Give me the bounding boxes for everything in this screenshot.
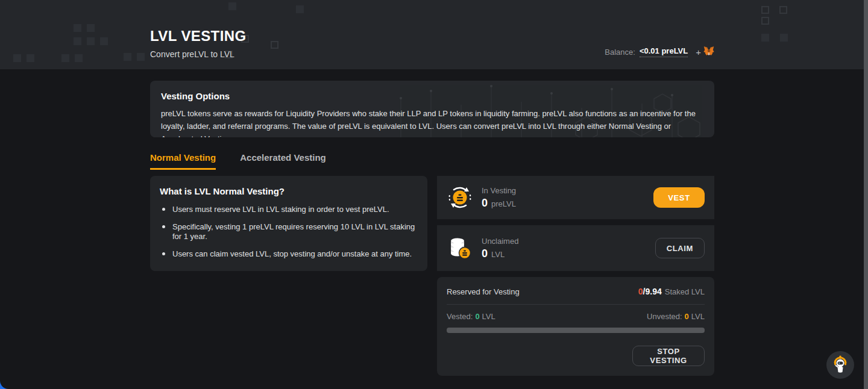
in-vesting-card: In Vesting 0 preLVL VEST [437,176,714,219]
header: LVL VESTING Convert preLVL to LVL Balanc… [0,0,868,69]
bullet-text: Users can claim vested LVL, stop vesting… [172,249,412,259]
in-vesting-amount: 0 [482,197,488,210]
unclaimed-card: Unclaimed 0 LVL CLAIM [437,225,714,271]
deco-square [228,2,236,10]
claim-button[interactable]: CLAIM [655,238,705,258]
unvested-unit: LVL [691,312,705,321]
deco-square [296,5,304,13]
stop-vesting-button[interactable]: STOP VESTING [632,346,705,366]
deco-square [137,53,145,61]
deco-square [87,37,95,45]
deco-square [761,6,769,14]
tab-accelerated-vesting[interactable]: Accelerated Vesting [240,152,326,170]
vesting-options-description: preLVL tokens serve as rewards for Liqui… [161,107,703,137]
coin-stack-icon [447,235,473,261]
deco-square [87,24,95,32]
tab-normal-vesting[interactable]: Normal Vesting [150,152,216,170]
robot-assistant-icon [832,355,849,375]
list-item: Users can claim vested LVL, stop vesting… [160,249,418,259]
info-card-title: What is LVL Normal Vesting? [160,186,418,196]
list-item: Specifically, vesting 1 preLVL requires … [160,222,418,241]
in-vesting-unit: preLVL [491,199,516,208]
vested-unit: LVL [482,312,495,321]
main-grid: What is LVL Normal Vesting? Users must r… [150,176,714,376]
unclaimed-label: Unclaimed [482,237,518,246]
deco-square [27,54,34,62]
deco-square [761,34,769,42]
info-card: What is LVL Normal Vesting? Users must r… [150,176,427,271]
deco-square [13,54,21,62]
vested-label: Vested: [447,312,473,321]
deco-square [779,6,787,14]
reserved-amount: 0 [638,287,643,296]
staked-label: Staked LVL [665,287,705,296]
bullet-text: Users must reserve LVL in LVL staking in… [172,205,389,214]
list-item: Users must reserve LVL in LVL staking in… [160,205,418,214]
bullet-icon [162,252,165,255]
bullet-text: Specifically, vesting 1 preLVL requires … [172,222,418,241]
staked-amount: /9.94 [643,287,662,296]
balance-value[interactable]: <0.01 preLVL [640,46,688,57]
deco-square [74,24,81,32]
deco-square [124,53,131,61]
support-chat-button[interactable] [826,351,854,379]
vesting-tabs: Normal Vesting Accelerated Vesting [150,152,714,170]
unclaimed-amount: 0 [482,247,488,260]
balance-row: Balance: <0.01 preLVL + [605,46,714,58]
page-title: LVL VESTING [150,28,247,45]
add-token-button[interactable]: + [696,46,714,58]
deco-square [780,34,788,42]
deco-square [74,37,81,45]
title-block: LVL VESTING Convert preLVL to LVL [150,28,247,59]
deco-square [61,54,69,62]
plus-icon: + [696,47,701,57]
vertical-scrollbar[interactable] [864,0,868,389]
reserved-label: Reserved for Vesting [447,287,520,296]
deco-square [75,54,83,62]
page: LVL VESTING Convert preLVL to LVL Balanc… [0,0,868,389]
balance-label: Balance: [605,48,635,57]
divider [447,304,705,305]
bullet-icon [162,208,165,211]
vest-button[interactable]: VEST [653,187,705,208]
deco-square [271,41,278,49]
coin-cycle-icon [447,184,473,211]
bullet-icon [162,225,165,228]
vested-amount: 0 [475,312,479,321]
page-subtitle: Convert preLVL to LVL [150,49,247,59]
reserved-for-vesting-card: Reserved for Vesting 0 /9.94 Staked LVL … [437,277,714,376]
content: Vesting Options preLVL tokens serve as r… [150,81,714,376]
vesting-options-title: Vesting Options [161,91,703,101]
unvested-amount: 0 [685,312,689,321]
unclaimed-unit: LVL [491,250,505,259]
in-vesting-label: In Vesting [482,186,516,195]
page-background: LVL VESTING Convert preLVL to LVL Balanc… [0,0,868,389]
vesting-options-card: Vesting Options preLVL tokens serve as r… [150,81,714,137]
deco-square [761,17,769,25]
vesting-progress-bar [447,328,705,333]
deco-square [100,37,108,45]
unvested-label: Unvested: [647,312,682,321]
metamask-fox-icon [703,46,714,58]
